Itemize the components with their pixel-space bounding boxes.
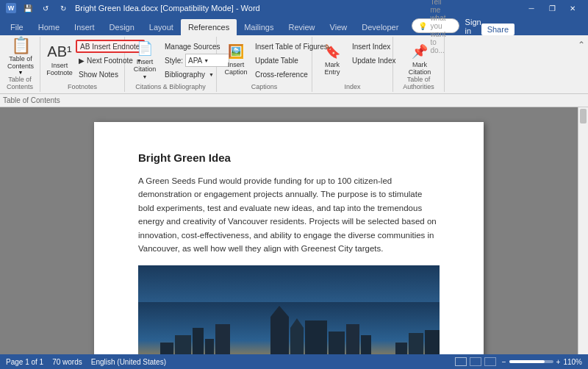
insert-caption-button[interactable]: 🖼️ InsertCaption: [221, 38, 251, 81]
insert-caption-label: InsertCaption: [224, 61, 247, 76]
insert-index-label: Insert Index: [352, 43, 390, 51]
document-image: [138, 265, 440, 354]
tab-developer[interactable]: Developer: [354, 19, 406, 35]
citation-icon: 📄: [137, 40, 153, 57]
title-bar: W 💾 ↺ ↻ Bright Green Idea.docx [Compatib…: [0, 0, 588, 16]
zoom-control: − + 110%: [502, 358, 582, 366]
web-layout-button[interactable]: [470, 357, 481, 366]
ribbon: 📋 Table ofContents ▼ Table of Contents A…: [0, 35, 588, 94]
redo-button[interactable]: ↻: [56, 1, 71, 15]
svg-rect-16: [409, 333, 423, 354]
mark-entry-label: MarkEntry: [324, 61, 340, 76]
insert-footnote-button[interactable]: AB¹ InsertFootnote: [45, 38, 74, 81]
zoom-slider-fill: [509, 360, 545, 363]
svg-rect-7: [270, 317, 289, 354]
zoom-in-button[interactable]: +: [556, 358, 561, 366]
save-button[interactable]: 💾: [21, 1, 35, 15]
tab-design[interactable]: Design: [102, 19, 142, 35]
caption-icon: 🖼️: [228, 43, 244, 60]
citation-arrow: ▼: [143, 74, 148, 79]
restore-button[interactable]: ❐: [542, 1, 562, 15]
window-title: Bright Green Idea.docx [Compatibility Mo…: [75, 4, 260, 12]
view-buttons: [455, 357, 496, 366]
city-skyline-svg: [138, 302, 440, 354]
style-arrow: ▼: [204, 58, 209, 63]
ribbon-collapse-button[interactable]: ⌃: [578, 37, 588, 92]
document-area: Bright Green Idea A Green Seeds Fund wou…: [0, 107, 588, 354]
ribbon-group-toc: 📋 Table ofContents ▼ Table of Contents: [0, 37, 40, 92]
svg-rect-9: [290, 328, 304, 354]
insert-citation-button[interactable]: 📄 InsertCitation ▼: [129, 38, 160, 81]
insert-footnote-label: InsertFootnote: [46, 62, 73, 76]
next-footnote-icon: ▶: [79, 57, 85, 65]
captions-group-label: Captions: [217, 83, 312, 90]
svg-rect-13: [346, 324, 359, 354]
ribbon-group-footnotes: AB¹ InsertFootnote AB Insert Endnote ▶ N…: [40, 37, 125, 92]
index-right-col: Insert Index Update Index: [349, 38, 399, 77]
tab-file[interactable]: File: [3, 19, 31, 35]
scrollbar-thumb[interactable]: [580, 109, 587, 123]
zoom-level: 110%: [563, 358, 582, 366]
authorities-group-label: Table of Authorities: [393, 76, 444, 90]
print-layout-button[interactable]: [455, 357, 467, 366]
document-title: Bright Green Idea: [138, 151, 440, 164]
ribbon-tab-bar: File Home Insert Design Layout Reference…: [0, 16, 588, 35]
manage-sources-label: Manage Sources: [165, 43, 220, 51]
svg-rect-15: [395, 343, 407, 354]
tab-review[interactable]: Review: [282, 19, 323, 35]
undo-button[interactable]: ↺: [38, 1, 53, 15]
footnote-icon: AB¹: [47, 43, 71, 60]
index-group-label: Index: [312, 83, 392, 90]
mark-entry-icon: 🔖: [324, 43, 340, 60]
style-label-text: Style:: [165, 57, 183, 65]
table-of-contents-button[interactable]: 📋 Table ofContents ▼: [4, 38, 37, 81]
mark-citation-label: MarkCitation: [409, 61, 431, 76]
update-index-button[interactable]: Update Index: [349, 54, 399, 67]
tab-mailings[interactable]: Mailings: [237, 19, 281, 35]
tell-me-bar[interactable]: 💡 Tell me what you want to do...: [412, 18, 459, 33]
ribbon-group-citations: 📄 InsertCitation ▼ Manage Sources Style:…: [125, 37, 217, 92]
toc-icon: 📋: [11, 36, 31, 55]
update-table-label: Update Table: [255, 57, 298, 65]
tab-view[interactable]: View: [323, 19, 355, 35]
ribbon-group-index: 🔖 MarkEntry Insert Index Update Index In…: [312, 37, 393, 92]
read-mode-button[interactable]: [484, 357, 496, 366]
status-bar: Page 1 of 1 70 words English (United Sta…: [0, 354, 588, 369]
svg-rect-6: [215, 324, 230, 354]
bibliography-label: Bibliography: [165, 71, 205, 79]
document-body[interactable]: A Green Seeds Fund would provide funding…: [138, 174, 440, 255]
svg-rect-17: [425, 330, 440, 354]
quick-access-toolbar: 💾 ↺ ↻: [21, 1, 71, 15]
bibliography-arrow: ▼: [209, 72, 214, 77]
insert-index-button[interactable]: Insert Index: [349, 40, 399, 53]
cross-ref-label: Cross-reference: [255, 71, 308, 79]
word-count: 70 words: [52, 358, 82, 366]
style-value: APA: [188, 57, 202, 65]
ribbon-group-authorities: 📌 MarkCitation Table of Authorities: [393, 37, 445, 92]
window-controls: ─ ❐ ✕: [522, 1, 582, 15]
mark-entry-button[interactable]: 🔖 MarkEntry: [317, 38, 348, 81]
citations-group-label: Citations & Bibliography: [125, 83, 216, 90]
tab-insert[interactable]: Insert: [67, 19, 102, 35]
status-right: − + 110%: [455, 357, 582, 366]
language: English (United States): [91, 358, 166, 366]
svg-rect-11: [305, 320, 327, 354]
sign-in-button[interactable]: Sign in: [465, 18, 481, 35]
zoom-out-button[interactable]: −: [502, 358, 506, 366]
tab-references[interactable]: References: [181, 19, 237, 35]
lightbulb-icon: 💡: [418, 22, 427, 30]
mark-citation-button[interactable]: 📌 MarkCitation: [398, 38, 442, 81]
toc-label: Table ofContents: [7, 55, 34, 70]
minimize-button[interactable]: ─: [522, 1, 541, 15]
zoom-slider[interactable]: [509, 360, 553, 363]
tab-home[interactable]: Home: [31, 19, 67, 35]
share-button[interactable]: Share: [481, 24, 514, 35]
tab-layout[interactable]: Layout: [142, 19, 181, 35]
update-index-label: Update Index: [352, 57, 396, 65]
close-button[interactable]: ✕: [563, 1, 582, 15]
document-scroll[interactable]: Bright Green Idea A Green Seeds Fund wou…: [0, 107, 578, 354]
mark-citation-icon: 📌: [412, 43, 428, 60]
vertical-scrollbar[interactable]: [578, 107, 588, 354]
svg-rect-12: [329, 332, 345, 354]
page-count: Page 1 of 1: [6, 358, 43, 366]
